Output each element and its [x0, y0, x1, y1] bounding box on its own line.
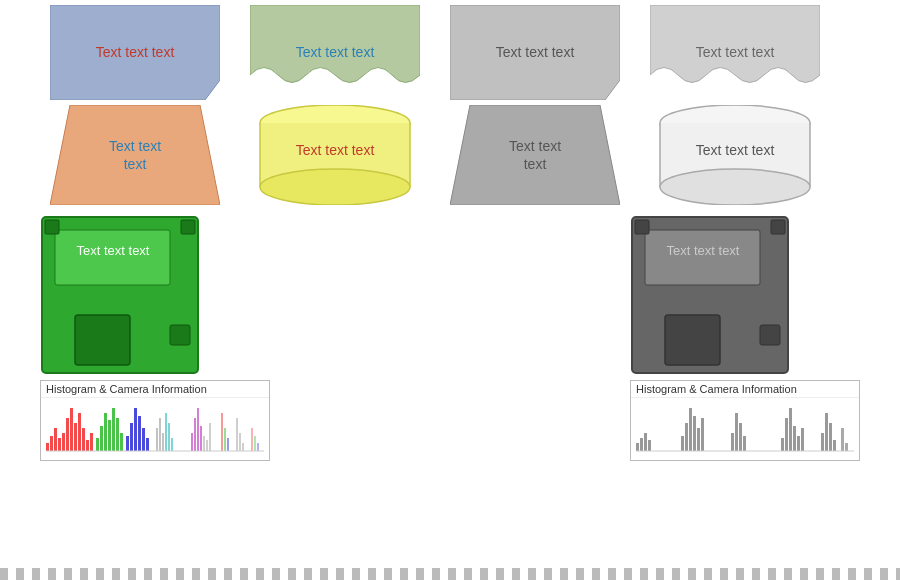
- floppy-group-green: Text text text Histogram & Camera Inform…: [40, 215, 270, 461]
- svg-rect-66: [257, 443, 259, 451]
- shape-text: Text text text: [96, 43, 175, 61]
- cylinder-white-shape: Text text text: [650, 105, 820, 205]
- svg-rect-94: [821, 433, 824, 451]
- svg-rect-81: [693, 416, 696, 451]
- svg-rect-51: [191, 433, 193, 451]
- svg-rect-89: [785, 418, 788, 451]
- shape-text: Text text text: [496, 43, 575, 61]
- svg-rect-41: [134, 408, 137, 451]
- shape-text: Text text text: [696, 43, 775, 61]
- svg-rect-97: [833, 440, 836, 451]
- floppy-group-gray: Text text text Histogram & Camera Inform…: [630, 215, 860, 461]
- svg-rect-71: [635, 220, 649, 234]
- main-layout: Text text text Text text text Text text …: [0, 0, 900, 466]
- svg-rect-37: [116, 418, 119, 451]
- svg-rect-63: [242, 443, 244, 451]
- svg-rect-65: [254, 436, 256, 451]
- svg-rect-29: [82, 428, 85, 451]
- histogram-title: Histogram & Camera Information: [41, 381, 269, 398]
- svg-rect-58: [221, 413, 223, 451]
- row3: Text text text Histogram & Camera Inform…: [0, 210, 900, 466]
- svg-rect-25: [66, 418, 69, 451]
- svg-rect-84: [731, 433, 734, 451]
- svg-rect-83: [701, 418, 704, 451]
- svg-rect-27: [74, 423, 77, 451]
- svg-rect-73: [760, 325, 780, 345]
- histogram-color: Histogram & Camera Information: [40, 380, 270, 461]
- svg-rect-39: [126, 436, 129, 451]
- svg-rect-33: [100, 426, 103, 451]
- cylinder-yellow-shape: Text text text: [250, 105, 420, 205]
- svg-rect-50: [171, 438, 173, 451]
- floppy-green: Text text text: [40, 215, 200, 375]
- svg-rect-72: [771, 220, 785, 234]
- svg-rect-61: [236, 418, 238, 451]
- checker-border: [0, 568, 900, 580]
- svg-rect-38: [120, 433, 123, 451]
- svg-rect-32: [96, 438, 99, 451]
- row2: Text text text Text text text: [0, 105, 900, 205]
- wavy-green-shape: Text text text: [250, 5, 420, 100]
- svg-rect-64: [251, 428, 253, 451]
- svg-rect-80: [689, 408, 692, 451]
- svg-rect-98: [841, 428, 844, 451]
- shape-item: Text text text: [440, 105, 630, 205]
- svg-rect-75: [640, 438, 643, 451]
- shape-item: Text text text: [240, 105, 430, 205]
- svg-rect-54: [200, 426, 202, 451]
- shape-text: Text text text: [509, 137, 561, 173]
- svg-rect-85: [735, 413, 738, 451]
- svg-rect-87: [743, 436, 746, 451]
- histogram-gray: Histogram & Camera Information: [630, 380, 860, 461]
- shape-text: Text text text: [296, 43, 375, 61]
- svg-rect-17: [45, 220, 59, 234]
- shape-item: Text text text: [640, 5, 830, 100]
- svg-rect-16: [75, 315, 130, 365]
- svg-rect-92: [797, 436, 800, 451]
- svg-rect-35: [108, 420, 111, 451]
- svg-rect-88: [781, 438, 784, 451]
- svg-rect-18: [181, 220, 195, 234]
- svg-rect-42: [138, 416, 141, 451]
- svg-rect-34: [104, 413, 107, 451]
- svg-rect-47: [162, 433, 164, 451]
- shape-item: Text text text: [640, 105, 830, 205]
- svg-rect-20: [46, 443, 49, 451]
- svg-rect-76: [644, 433, 647, 451]
- svg-rect-46: [159, 418, 161, 451]
- svg-point-13: [660, 169, 810, 205]
- svg-rect-45: [156, 428, 158, 451]
- svg-rect-28: [78, 413, 81, 451]
- histogram-title: Histogram & Camera Information: [631, 381, 859, 398]
- svg-rect-19: [170, 325, 190, 345]
- svg-rect-79: [685, 423, 688, 451]
- svg-rect-86: [739, 423, 742, 451]
- svg-rect-62: [239, 433, 241, 451]
- bookmark-blue-shape: Text text text: [50, 5, 220, 100]
- svg-rect-55: [203, 436, 205, 451]
- row1: Text text text Text text text Text text …: [0, 5, 900, 100]
- svg-rect-70: [665, 315, 720, 365]
- svg-rect-36: [112, 408, 115, 451]
- svg-rect-74: [636, 443, 639, 451]
- svg-rect-21: [50, 436, 53, 451]
- svg-rect-57: [209, 423, 211, 451]
- shape-item: Text text text: [440, 5, 630, 100]
- svg-rect-60: [227, 438, 229, 451]
- svg-rect-77: [648, 440, 651, 451]
- wavy-gray-shape: Text text text: [650, 5, 820, 100]
- svg-rect-26: [70, 408, 73, 451]
- svg-rect-23: [58, 438, 61, 451]
- svg-rect-40: [130, 423, 133, 451]
- shape-item: Text text text: [40, 105, 230, 205]
- svg-rect-53: [197, 408, 199, 451]
- trapezoid-gray-shape: Text text text: [450, 105, 620, 205]
- shape-text: Text text text: [696, 141, 775, 159]
- floppy-text: Text text text: [58, 243, 168, 258]
- svg-rect-90: [789, 408, 792, 451]
- svg-rect-30: [86, 440, 89, 451]
- svg-rect-99: [845, 443, 848, 451]
- svg-rect-95: [825, 413, 828, 451]
- shape-item: Text text text: [240, 5, 430, 100]
- shape-text: Text text text: [109, 137, 161, 173]
